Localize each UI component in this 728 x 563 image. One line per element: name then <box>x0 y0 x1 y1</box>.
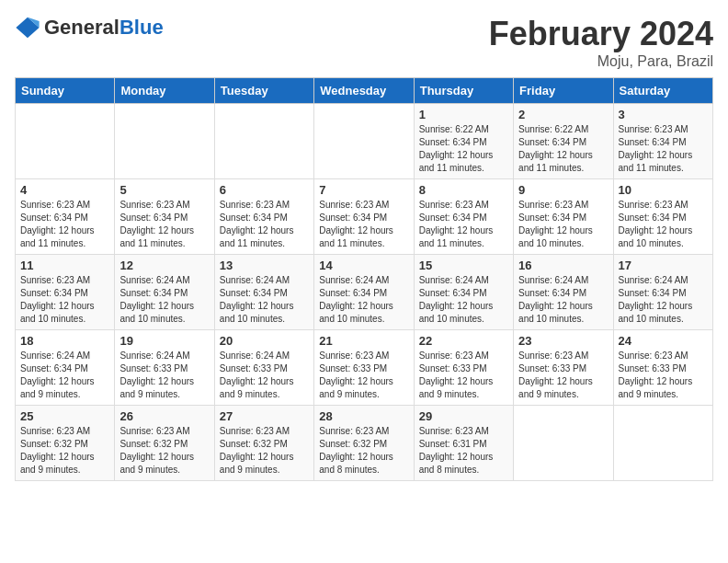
location-subtitle: Moju, Para, Brazil <box>489 53 713 70</box>
day-info: Sunrise: 6:24 AM Sunset: 6:34 PM Dayligh… <box>518 274 608 326</box>
calendar-cell: 8Sunrise: 6:23 AM Sunset: 6:34 PM Daylig… <box>414 179 513 255</box>
day-number: 10 <box>619 183 708 197</box>
day-info: Sunrise: 6:24 AM Sunset: 6:34 PM Dayligh… <box>119 274 209 326</box>
calendar-cell: 12Sunrise: 6:24 AM Sunset: 6:34 PM Dayli… <box>115 255 214 330</box>
day-info: Sunrise: 6:24 AM Sunset: 6:34 PM Dayligh… <box>419 274 508 326</box>
calendar-cell <box>214 104 313 179</box>
day-number: 7 <box>319 183 408 197</box>
day-number: 18 <box>20 334 109 348</box>
day-number: 25 <box>20 409 109 423</box>
day-number: 28 <box>319 409 408 423</box>
calendar-cell: 26Sunrise: 6:23 AM Sunset: 6:32 PM Dayli… <box>115 406 214 481</box>
calendar-cell: 29Sunrise: 6:23 AM Sunset: 6:31 PM Dayli… <box>414 406 513 481</box>
day-number: 19 <box>119 334 209 348</box>
day-info: Sunrise: 6:23 AM Sunset: 6:34 PM Dayligh… <box>619 199 708 250</box>
day-info: Sunrise: 6:23 AM Sunset: 6:32 PM Dayligh… <box>20 425 109 477</box>
month-year-title: February 2024 <box>489 15 713 53</box>
day-info: Sunrise: 6:24 AM Sunset: 6:34 PM Dayligh… <box>20 350 109 401</box>
day-info: Sunrise: 6:24 AM Sunset: 6:33 PM Dayligh… <box>119 350 209 401</box>
day-info: Sunrise: 6:23 AM Sunset: 6:34 PM Dayligh… <box>220 199 309 250</box>
calendar-cell: 23Sunrise: 6:23 AM Sunset: 6:33 PM Dayli… <box>514 330 613 406</box>
calendar-cell: 10Sunrise: 6:23 AM Sunset: 6:34 PM Dayli… <box>613 179 712 255</box>
calendar-cell: 5Sunrise: 6:23 AM Sunset: 6:34 PM Daylig… <box>115 179 214 255</box>
day-number: 24 <box>619 334 708 348</box>
calendar-cell: 20Sunrise: 6:24 AM Sunset: 6:33 PM Dayli… <box>214 330 313 406</box>
calendar-cell: 19Sunrise: 6:24 AM Sunset: 6:33 PM Dayli… <box>115 330 214 406</box>
day-info: Sunrise: 6:22 AM Sunset: 6:34 PM Dayligh… <box>518 123 608 175</box>
day-number: 5 <box>119 183 209 197</box>
calendar-cell: 27Sunrise: 6:23 AM Sunset: 6:32 PM Dayli… <box>214 406 313 481</box>
day-info: Sunrise: 6:23 AM Sunset: 6:34 PM Dayligh… <box>419 199 508 250</box>
calendar-cell: 6Sunrise: 6:23 AM Sunset: 6:34 PM Daylig… <box>214 179 313 255</box>
day-info: Sunrise: 6:23 AM Sunset: 6:34 PM Dayligh… <box>20 199 109 250</box>
week-row-2: 4Sunrise: 6:23 AM Sunset: 6:34 PM Daylig… <box>16 179 713 255</box>
day-number: 9 <box>518 183 608 197</box>
week-row-3: 11Sunrise: 6:23 AM Sunset: 6:34 PM Dayli… <box>16 255 713 330</box>
day-header-saturday: Saturday <box>613 78 712 104</box>
week-row-1: 1Sunrise: 6:22 AM Sunset: 6:34 PM Daylig… <box>16 104 713 179</box>
calendar-cell: 28Sunrise: 6:23 AM Sunset: 6:32 PM Dayli… <box>314 406 414 481</box>
days-header-row: SundayMondayTuesdayWednesdayThursdayFrid… <box>16 78 713 104</box>
day-number: 14 <box>319 259 408 272</box>
day-header-wednesday: Wednesday <box>314 78 414 104</box>
day-number: 12 <box>119 259 209 272</box>
calendar-cell: 17Sunrise: 6:24 AM Sunset: 6:34 PM Dayli… <box>613 255 712 330</box>
day-info: Sunrise: 6:24 AM Sunset: 6:33 PM Dayligh… <box>220 350 309 401</box>
day-number: 16 <box>518 259 608 272</box>
day-number: 4 <box>20 183 109 197</box>
day-number: 15 <box>419 259 508 272</box>
calendar-cell: 21Sunrise: 6:23 AM Sunset: 6:33 PM Dayli… <box>314 330 414 406</box>
day-number: 22 <box>419 334 508 348</box>
logo: GeneralBlue <box>15 15 164 40</box>
day-info: Sunrise: 6:23 AM Sunset: 6:33 PM Dayligh… <box>619 350 708 401</box>
day-info: Sunrise: 6:22 AM Sunset: 6:34 PM Dayligh… <box>419 123 508 175</box>
day-info: Sunrise: 6:23 AM Sunset: 6:32 PM Dayligh… <box>319 425 408 477</box>
calendar-cell: 25Sunrise: 6:23 AM Sunset: 6:32 PM Dayli… <box>16 406 115 481</box>
day-info: Sunrise: 6:23 AM Sunset: 6:34 PM Dayligh… <box>119 199 209 250</box>
day-header-monday: Monday <box>115 78 214 104</box>
calendar-cell <box>115 104 214 179</box>
calendar-cell: 1Sunrise: 6:22 AM Sunset: 6:34 PM Daylig… <box>414 104 513 179</box>
day-number: 26 <box>119 409 209 423</box>
week-row-4: 18Sunrise: 6:24 AM Sunset: 6:34 PM Dayli… <box>16 330 713 406</box>
calendar-cell: 13Sunrise: 6:24 AM Sunset: 6:34 PM Dayli… <box>214 255 313 330</box>
day-info: Sunrise: 6:23 AM Sunset: 6:31 PM Dayligh… <box>419 425 508 477</box>
calendar-cell: 18Sunrise: 6:24 AM Sunset: 6:34 PM Dayli… <box>16 330 115 406</box>
header: GeneralBlue February 2024 Moju, Para, Br… <box>15 15 713 70</box>
day-info: Sunrise: 6:23 AM Sunset: 6:32 PM Dayligh… <box>119 425 209 477</box>
day-info: Sunrise: 6:23 AM Sunset: 6:33 PM Dayligh… <box>419 350 508 401</box>
logo-blue-text: Blue <box>119 16 164 39</box>
calendar-cell: 16Sunrise: 6:24 AM Sunset: 6:34 PM Dayli… <box>514 255 613 330</box>
calendar-cell: 11Sunrise: 6:23 AM Sunset: 6:34 PM Dayli… <box>16 255 115 330</box>
calendar-cell <box>314 104 414 179</box>
day-info: Sunrise: 6:23 AM Sunset: 6:33 PM Dayligh… <box>319 350 408 401</box>
day-header-sunday: Sunday <box>16 78 115 104</box>
day-info: Sunrise: 6:23 AM Sunset: 6:32 PM Dayligh… <box>220 425 309 477</box>
day-info: Sunrise: 6:24 AM Sunset: 6:34 PM Dayligh… <box>220 274 309 326</box>
day-info: Sunrise: 6:23 AM Sunset: 6:33 PM Dayligh… <box>518 350 608 401</box>
calendar-cell: 14Sunrise: 6:24 AM Sunset: 6:34 PM Dayli… <box>314 255 414 330</box>
day-header-friday: Friday <box>514 78 613 104</box>
day-number: 11 <box>20 259 109 272</box>
day-number: 27 <box>220 409 309 423</box>
calendar-cell: 22Sunrise: 6:23 AM Sunset: 6:33 PM Dayli… <box>414 330 513 406</box>
calendar-cell: 9Sunrise: 6:23 AM Sunset: 6:34 PM Daylig… <box>514 179 613 255</box>
calendar-cell <box>16 104 115 179</box>
week-row-5: 25Sunrise: 6:23 AM Sunset: 6:32 PM Dayli… <box>16 406 713 481</box>
calendar-cell: 7Sunrise: 6:23 AM Sunset: 6:34 PM Daylig… <box>314 179 414 255</box>
day-number: 17 <box>619 259 708 272</box>
day-info: Sunrise: 6:24 AM Sunset: 6:34 PM Dayligh… <box>319 274 408 326</box>
day-number: 2 <box>518 108 608 121</box>
calendar-cell <box>514 406 613 481</box>
day-header-thursday: Thursday <box>414 78 513 104</box>
day-number: 29 <box>419 409 508 423</box>
day-number: 3 <box>619 108 708 121</box>
day-info: Sunrise: 6:23 AM Sunset: 6:34 PM Dayligh… <box>319 199 408 250</box>
day-number: 13 <box>220 259 309 272</box>
calendar-table: SundayMondayTuesdayWednesdayThursdayFrid… <box>15 77 713 481</box>
day-info: Sunrise: 6:24 AM Sunset: 6:34 PM Dayligh… <box>619 274 708 326</box>
day-info: Sunrise: 6:23 AM Sunset: 6:34 PM Dayligh… <box>20 274 109 326</box>
calendar-cell: 3Sunrise: 6:23 AM Sunset: 6:34 PM Daylig… <box>613 104 712 179</box>
day-header-tuesday: Tuesday <box>214 78 313 104</box>
day-number: 6 <box>220 183 309 197</box>
